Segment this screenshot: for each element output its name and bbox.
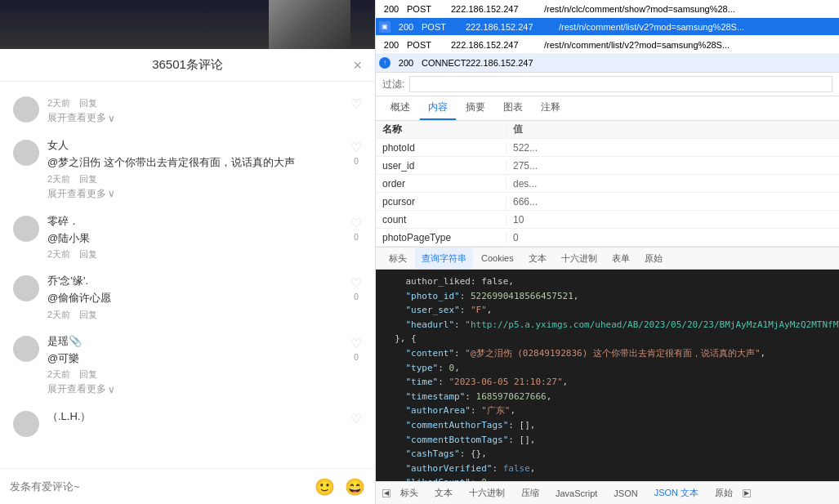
table-row[interactable]: 200 POST 222.186.152.247 /rest/n/comment…	[376, 36, 839, 54]
tab-raw[interactable]: 原始	[638, 248, 669, 269]
url-label: /rest/n/comment/list/v2?mod=samsung%28S.…	[559, 22, 836, 32]
tab-response-hex[interactable]: 十六进制	[462, 484, 511, 503]
tab-cookies[interactable]: Cookies	[475, 248, 520, 269]
param-name: pcursor	[376, 196, 507, 207]
comment-actions: ♡ 0	[350, 274, 362, 301]
table-row[interactable]: 200 POST 222.186.152.247 /rest/n/clc/com…	[376, 0, 839, 18]
comment-reply[interactable]: 回复	[79, 310, 97, 319]
json-viewer: author_liked: false, "photo_id": 5226990…	[376, 270, 839, 481]
json-line: "user_sex": "F",	[384, 303, 831, 318]
avatar	[13, 140, 39, 166]
comment-content: （.L.H.）	[47, 409, 342, 424]
json-line: "time": "2023-06-05 21:10:27",	[384, 375, 831, 390]
param-value: 275...	[507, 160, 839, 172]
comment-meta: 2天前 回复	[47, 248, 342, 261]
method-label: CONNECT	[422, 58, 462, 68]
header-image-inner	[269, 0, 350, 49]
avatar	[13, 216, 39, 242]
param-value: des...	[507, 178, 839, 190]
status-badge: 200	[394, 22, 418, 32]
expand-link[interactable]: 展开查看更多 ∨	[47, 382, 342, 396]
scroll-right-icon[interactable]: ▶	[743, 489, 751, 497]
json-line: }, {	[384, 332, 831, 346]
heart-icon[interactable]: ♡	[350, 411, 362, 426]
param-name: order	[376, 178, 507, 190]
heart-count: 0	[354, 292, 359, 301]
heart-icon[interactable]: ♡	[350, 336, 362, 351]
tab-overview[interactable]: 概述	[382, 97, 418, 120]
footer-icons: 🙂 😄	[315, 477, 365, 497]
comment-time: 2天前	[47, 310, 70, 319]
tab-summary[interactable]: 摘要	[457, 97, 493, 120]
tab-query-string[interactable]: 查询字符串	[415, 248, 473, 269]
comment-reply[interactable]: 回复	[79, 98, 97, 108]
method-label: POST	[407, 40, 448, 50]
json-line: "authorVerified": false,	[384, 462, 831, 476]
list-item: 女人 @梦之泪伤 这个你带出去肯定很有面，说话真的大声 2天前 回复 展开查看更…	[0, 132, 375, 207]
request-tabs: 标头 查询字符串 Cookies 文本 十六进制 表单 原始	[376, 247, 839, 270]
params-row: order des...	[376, 175, 839, 193]
tab-response-raw[interactable]: 原始	[708, 484, 739, 503]
tab-response-json-text[interactable]: JSON 文本	[648, 484, 705, 503]
tab-headers[interactable]: 标头	[382, 248, 413, 269]
url-label: /rest/n/clc/comment/show?mod=samsung%28.…	[544, 4, 836, 14]
tab-response-compress[interactable]: 压缩	[515, 484, 546, 503]
comment-reply[interactable]: 回复	[79, 249, 97, 259]
comment-footer: 🙂 😄	[0, 468, 375, 504]
heart-icon[interactable]: ♡	[350, 140, 362, 155]
heart-count: 0	[354, 157, 359, 166]
col-name: 名称	[376, 123, 507, 136]
close-button[interactable]: ×	[353, 56, 362, 74]
json-line: "authorArea": "广东",	[384, 404, 831, 418]
table-row[interactable]: ▣ 200 POST 222.186.152.247 /rest/n/comme…	[376, 18, 839, 36]
json-line: "likedCount": 0	[384, 475, 831, 481]
ip-label: 222.186.152.247	[466, 22, 556, 32]
sticker-icon[interactable]: 😄	[345, 477, 365, 497]
params-section: 名称 值 photoId 522... user_id 275... order…	[376, 121, 839, 247]
list-item: 是瑶📎 @可樂 2天前 回复 展开查看更多 ∨ ♡ 0	[0, 328, 375, 404]
tab-response-text[interactable]: 文本	[428, 484, 459, 503]
params-row: photoPageType 0	[376, 229, 839, 247]
avatar	[13, 411, 39, 437]
scroll-left-icon[interactable]: ◀	[382, 489, 390, 497]
tab-response-headers[interactable]: 标头	[394, 484, 425, 503]
tab-notes[interactable]: 注释	[533, 97, 569, 120]
heart-icon[interactable]: ♡	[350, 275, 362, 291]
header-image	[0, 0, 375, 49]
expand-link[interactable]: 展开查看更多 ∨	[47, 111, 342, 125]
status-badge: 200	[379, 4, 404, 14]
avatar	[13, 275, 39, 301]
heart-icon[interactable]: ♡	[350, 96, 362, 112]
comment-input[interactable]	[10, 480, 308, 493]
json-line: author_liked: false,	[384, 274, 831, 289]
tab-content[interactable]: 内容	[420, 97, 456, 120]
tab-text[interactable]: 文本	[522, 248, 553, 269]
expand-link[interactable]: 展开查看更多 ∨	[47, 187, 342, 201]
json-line: "content": "@梦之泪伤 (02849192836) 这个你带出去肯定…	[384, 346, 831, 361]
tab-chart[interactable]: 图表	[495, 97, 531, 120]
status-badge: 200	[379, 40, 404, 50]
params-row: user_id 275...	[376, 157, 839, 175]
comment-actions: ♡	[350, 95, 362, 114]
tab-response-json[interactable]: JSON	[607, 484, 644, 503]
emoji-icon[interactable]: 🙂	[315, 477, 335, 497]
json-line: "timestamp": 1685970627666,	[384, 390, 831, 404]
heart-icon[interactable]: ♡	[350, 216, 362, 231]
tab-response-js[interactable]: JavaScript	[549, 484, 604, 503]
params-row: count 10	[376, 211, 839, 229]
table-row[interactable]: ↑ 200 CONNECT 222.186.152.247	[376, 54, 839, 72]
params-row: photoId 522...	[376, 139, 839, 157]
devtools-panel: 200 POST 222.186.152.247 /rest/n/clc/com…	[376, 0, 839, 504]
comment-reply[interactable]: 回复	[79, 174, 97, 184]
ip-label: 222.186.152.247	[451, 4, 541, 14]
comment-content: 乔'念'缘'. @偷偷许心愿 2天前 回复	[47, 274, 342, 321]
comment-meta: 2天前 回复	[47, 309, 342, 321]
chevron-down-icon: ∨	[108, 113, 115, 124]
tab-hex[interactable]: 十六进制	[555, 248, 604, 269]
tab-form[interactable]: 表单	[605, 248, 636, 269]
param-name: count	[376, 214, 507, 225]
list-item: （.L.H.） ♡	[0, 403, 375, 444]
comment-reply[interactable]: 回复	[79, 369, 97, 379]
filter-input[interactable]	[409, 76, 832, 92]
comment-text: @可樂	[47, 350, 342, 367]
